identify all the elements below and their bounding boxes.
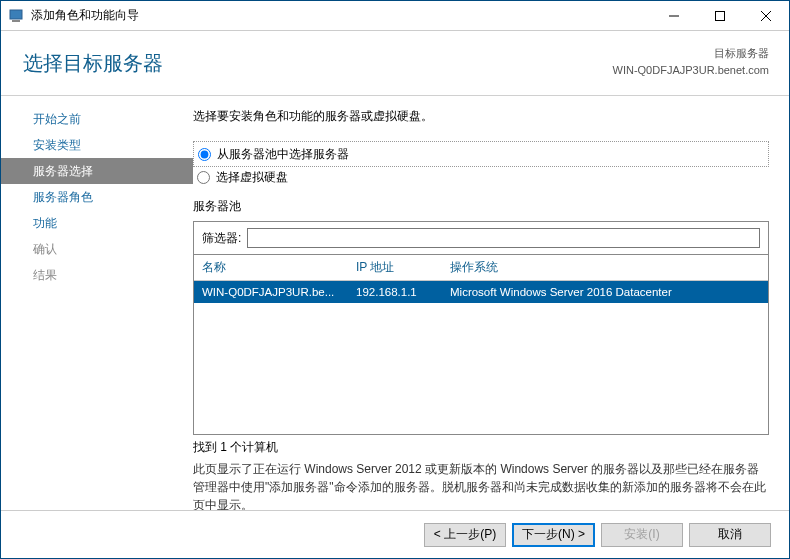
cancel-button[interactable]: 取消 — [689, 523, 771, 547]
table-row[interactable]: WIN-Q0DFJAJP3UR.be... 192.168.1.1 Micros… — [194, 281, 768, 303]
col-name[interactable]: 名称 — [194, 259, 348, 276]
cell-ip: 192.168.1.1 — [348, 286, 442, 298]
svg-rect-0 — [10, 10, 22, 19]
svg-rect-1 — [12, 20, 20, 22]
server-table: 名称 IP 地址 操作系统 WIN-Q0DFJAJP3UR.be... 192.… — [193, 255, 769, 435]
radio-select-vhd-input[interactable] — [197, 171, 210, 184]
col-ip[interactable]: IP 地址 — [348, 259, 442, 276]
filter-input[interactable] — [247, 228, 760, 248]
hint-text: 此页显示了正在运行 Windows Server 2012 或更新版本的 Win… — [193, 460, 769, 510]
previous-button[interactable]: < 上一步(P) — [424, 523, 506, 547]
sidebar: 开始之前 安装类型 服务器选择 服务器角色 功能 确认 结果 — [1, 96, 193, 510]
radio-group-selected: 从服务器池中选择服务器 — [193, 141, 769, 167]
app-icon — [9, 8, 25, 24]
maximize-button[interactable] — [697, 1, 743, 31]
target-server-label: 目标服务器 — [613, 45, 769, 62]
next-button[interactable]: 下一步(N) > — [512, 523, 595, 547]
radio-select-from-pool[interactable]: 从服务器池中选择服务器 — [198, 144, 764, 164]
sidebar-item-before-you-begin[interactable]: 开始之前 — [1, 106, 193, 132]
sidebar-item-results: 结果 — [1, 262, 193, 288]
cell-os: Microsoft Windows Server 2016 Datacenter — [442, 286, 768, 298]
window-title: 添加角色和功能向导 — [31, 7, 651, 24]
radio-select-vhd-label: 选择虚拟硬盘 — [216, 169, 288, 186]
filter-label: 筛选器: — [202, 230, 241, 247]
radio-select-from-pool-label: 从服务器池中选择服务器 — [217, 146, 349, 163]
server-pool-label: 服务器池 — [193, 198, 769, 215]
footer: < 上一步(P) 下一步(N) > 安装(I) 取消 — [1, 510, 789, 558]
target-server-info: 目标服务器 WIN-Q0DFJAJP3UR.benet.com — [613, 45, 769, 78]
close-button[interactable] — [743, 1, 789, 31]
sidebar-item-features[interactable]: 功能 — [1, 210, 193, 236]
radio-select-from-pool-input[interactable] — [198, 148, 211, 161]
minimize-button[interactable] — [651, 1, 697, 31]
sidebar-item-installation-type[interactable]: 安装类型 — [1, 132, 193, 158]
body: 开始之前 安装类型 服务器选择 服务器角色 功能 确认 结果 选择要安装角色和功… — [1, 96, 789, 510]
wizard-window: 添加角色和功能向导 选择目标服务器 目标服务器 WIN-Q0DFJAJP3UR.… — [0, 0, 790, 559]
intro-text: 选择要安装角色和功能的服务器或虚拟硬盘。 — [193, 108, 769, 125]
cell-name: WIN-Q0DFJAJP3UR.be... — [194, 286, 348, 298]
found-count: 找到 1 个计算机 — [193, 439, 769, 456]
svg-rect-3 — [716, 11, 725, 20]
col-os[interactable]: 操作系统 — [442, 259, 768, 276]
titlebar: 添加角色和功能向导 — [1, 1, 789, 31]
filter-box: 筛选器: — [193, 221, 769, 255]
sidebar-item-server-roles[interactable]: 服务器角色 — [1, 184, 193, 210]
header: 选择目标服务器 目标服务器 WIN-Q0DFJAJP3UR.benet.com — [1, 31, 789, 96]
sidebar-item-confirmation: 确认 — [1, 236, 193, 262]
page-title: 选择目标服务器 — [23, 50, 163, 77]
table-header: 名称 IP 地址 操作系统 — [194, 255, 768, 281]
target-server-value: WIN-Q0DFJAJP3UR.benet.com — [613, 62, 769, 79]
table-empty-area — [194, 303, 768, 434]
sidebar-item-server-selection[interactable]: 服务器选择 — [1, 158, 193, 184]
radio-select-vhd[interactable]: 选择虚拟硬盘 — [193, 169, 769, 186]
window-controls — [651, 1, 789, 31]
main-panel: 选择要安装角色和功能的服务器或虚拟硬盘。 从服务器池中选择服务器 选择虚拟硬盘 … — [193, 96, 789, 510]
install-button: 安装(I) — [601, 523, 683, 547]
